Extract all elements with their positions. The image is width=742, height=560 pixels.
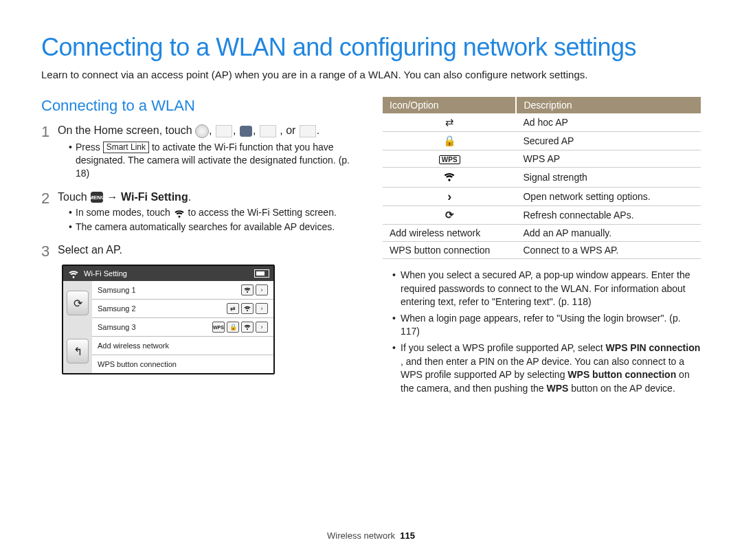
step-1: 1 On the Home screen, touch , , , , or .… [41,124,359,187]
list-item[interactable]: Samsung 1 › [92,281,273,300]
step-2-bullet-2: The camera automatically searches for av… [69,221,359,234]
step-2-bullet-1-post: to access the Wi-Fi Setting screen. [188,207,337,218]
step-2-number: 2 [41,191,58,240]
wps-icon: WPS [439,155,460,164]
chevron-right-icon: › [256,322,268,333]
ap-list: Samsung 1 › Samsung 2 ⇄ › [92,281,273,373]
th-desc: Description [516,97,701,113]
home-mode-icon-4 [260,125,276,137]
desc-refresh: Refresh connectable APs. [516,206,701,225]
icon-table: Icon/Option Description ⇄ Ad hoc AP 🔒 Se… [383,97,701,259]
table-row: WPS button connection Connect to a WPS A… [383,242,701,259]
smart-link-chip: Smart Link [103,142,149,153]
right-bullet-3: If you select a WPS profile supported AP… [392,341,701,395]
home-mode-icon-2 [216,125,232,137]
th-icon: Icon/Option [383,97,516,113]
step-2-bold: Wi-Fi Setting [121,191,188,203]
step-2-bullet-1-pre: In some modes, touch [76,207,173,218]
step-1-text-a: On the Home screen, touch [58,124,195,136]
desc-signal: Signal strength [516,168,701,188]
list-item[interactable]: Samsung 3 WPS 🔒 › [92,318,273,337]
right-column: Icon/Option Description ⇄ Ad hoc AP 🔒 Se… [383,97,701,399]
right-bullet-2: When a login page appears, refer to "Usi… [392,312,701,339]
step-2-touch: Touch [58,191,90,203]
ap-label: Samsung 1 [98,286,136,294]
lock-icon: 🔒 [442,135,457,147]
desc-open: Open network setting options. [516,188,701,206]
list-item[interactable]: WPS button connection [92,355,273,373]
wifi-icon [241,284,254,295]
label-add-wireless: Add wireless network [383,225,516,242]
step-3: 3 Select an AP. [41,244,359,259]
right-bullet-1: When you select a secured AP, a pop-up w… [392,269,701,309]
list-item[interactable]: Samsung 2 ⇄ › [92,300,273,318]
desc-add-wireless: Add an AP manually. [516,225,701,242]
add-wireless-label: Add wireless network [98,341,169,350]
section-heading: Connecting to a WLAN [41,97,359,115]
left-column: Connecting to a WLAN 1 On the Home scree… [41,97,359,399]
wps-button-label: WPS button connection [98,360,177,368]
table-row: 🔒 Secured AP [383,132,701,150]
adhoc-icon: ⇄ [227,303,239,314]
screen-title: Wi-Fi Setting [84,269,127,278]
wifi-header-icon [67,269,80,278]
refresh-icon: ⟳ [442,209,457,221]
ap-label: Samsung 3 [98,323,136,331]
wifi-setting-icon [173,208,186,218]
step-2: 2 Touch MENU → Wi-Fi Setting. In some mo… [41,191,359,240]
home-mode-icon-1 [195,124,209,138]
desc-adhoc: Ad hoc AP [516,113,701,132]
camera-screen-mock: Wi-Fi Setting ⟳ ↰ Samsung 1 [62,265,275,374]
list-item[interactable]: Add wireless network [92,337,273,355]
page-title: Connecting to a WLAN and configuring net… [41,33,701,62]
chevron-right-icon: › [256,284,268,295]
table-row: › Open network setting options. [383,188,701,206]
back-button[interactable]: ↰ [67,339,89,363]
footer-page: 115 [400,530,415,541]
step-1-bullet-pre: Press [76,142,103,153]
lock-icon: 🔒 [227,322,239,333]
table-row: ⟳ Refresh connectable APs. [383,206,701,225]
step-1-text-b: , or [280,124,299,136]
desc-lock: Secured AP [516,132,701,150]
chevron-right-icon: › [256,303,268,314]
wifi-icon [241,322,254,333]
ap-label: Samsung 2 [98,304,136,313]
table-row: ⇄ Ad hoc AP [383,113,701,132]
table-row: Signal strength [383,168,701,188]
refresh-button[interactable]: ⟳ [67,291,89,315]
step-2-end: . [188,191,191,203]
battery-icon [254,269,269,278]
desc-wps: WPS AP [516,150,701,168]
table-row: WPS WPS AP [383,150,701,168]
home-mode-icon-5 [300,125,316,137]
wps-icon: WPS [212,322,225,333]
intro-text: Learn to connect via an access point (AP… [41,69,701,80]
home-mode-icon-3 [240,126,252,137]
step-2-arrow: → [107,191,121,203]
wifi-icon [442,170,457,183]
page-footer: Wireless network 115 [0,530,742,541]
label-wps-button: WPS button connection [383,242,516,259]
table-row: Add wireless network Add an AP manually. [383,225,701,242]
adhoc-icon: ⇄ [442,116,457,128]
menu-icon: MENU [91,192,103,203]
desc-wps-button: Connect to a WPS AP. [516,242,701,259]
footer-section: Wireless network [327,530,395,541]
step-3-number: 3 [41,244,58,259]
step-1-number: 1 [41,124,58,187]
wifi-icon [241,303,254,314]
chevron-right-icon: › [442,190,457,203]
step-3-text: Select an AP. [58,244,359,256]
